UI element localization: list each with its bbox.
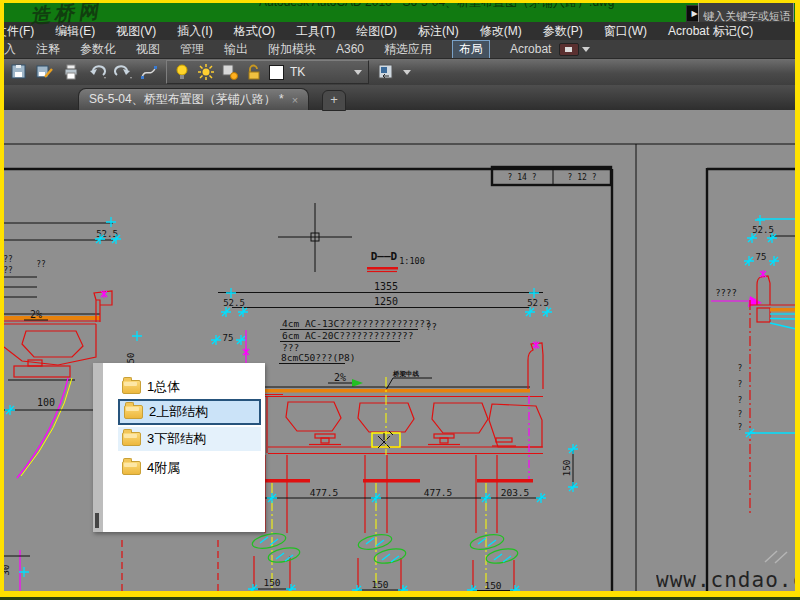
svg-text:?: ?	[738, 423, 743, 432]
new-drawing-tab-button[interactable]: +	[322, 90, 346, 111]
slope-label: 2%	[30, 309, 42, 320]
dim-text: 150	[263, 577, 280, 588]
svg-text:????: ????	[715, 288, 737, 298]
svg-text:4cm AC-13C????????????????: 4cm AC-13C????????????????	[282, 318, 431, 329]
ribbon-display-toggle[interactable]	[571, 43, 590, 56]
dim-text: 52.5	[527, 298, 549, 308]
menu-view[interactable]: 视图(V)	[116, 23, 156, 40]
menu-acrobat[interactable]: Acrobat 标记(C)	[668, 23, 753, 40]
dim-text: ??	[3, 255, 13, 264]
spline-tool-icon[interactable]	[140, 63, 158, 81]
folder-icon	[122, 461, 141, 475]
dim-text: 50	[126, 353, 136, 364]
layer-viewport-freeze-icon[interactable]	[221, 63, 239, 81]
slope-label: 2%	[334, 372, 346, 383]
folder-item-label: 3下部结构	[147, 430, 206, 448]
layer-on-bulb-icon[interactable]	[173, 63, 191, 81]
tab-parametric[interactable]: 参数化	[80, 41, 116, 58]
dim-text: 150	[371, 579, 388, 590]
folder-icon	[124, 405, 143, 419]
chevron-down-icon	[582, 47, 590, 52]
folder-item-4[interactable]: 4附属	[118, 456, 261, 480]
quick-access-toolbar: TK	[4, 59, 795, 85]
svg-text:52.5: 52.5	[752, 225, 774, 235]
plot-button[interactable]	[62, 63, 80, 81]
frame-border-right	[795, 0, 800, 597]
sheet-no-cell: ? 14 ?	[508, 173, 537, 182]
tab-featured-apps[interactable]: 精选应用	[384, 41, 432, 58]
folder-item-2-selected[interactable]: 2上部结构	[118, 399, 261, 425]
layer-unlock-icon[interactable]	[245, 63, 263, 81]
menu-draw[interactable]: 绘图(D)	[356, 23, 397, 40]
layer-dropdown-icon[interactable]	[354, 70, 362, 75]
menu-dimension[interactable]: 标注(N)	[418, 23, 459, 40]
save-as-button[interactable]	[36, 63, 54, 81]
popup-scroll-thumb[interactable]	[95, 513, 99, 528]
dim-text: 52.5	[223, 298, 245, 308]
ribbon-state-icon	[559, 43, 579, 56]
tab-insert[interactable]: 插入	[4, 41, 16, 58]
dim-text: ??	[36, 260, 46, 269]
svg-text:?: ?	[738, 380, 743, 389]
watermark-marks	[765, 551, 787, 563]
file-tab-bar: S6-5-04、桥型布置图（茅铺八路） * × +	[4, 85, 795, 110]
tab-view[interactable]: 视图	[136, 41, 160, 58]
menu-window[interactable]: 窗口(W)	[604, 23, 647, 40]
frame-border-left	[0, 0, 4, 597]
infocenter-search-input[interactable]: 键入关键字或短语	[698, 3, 794, 22]
menu-insert[interactable]: 插入(I)	[177, 23, 212, 40]
undo-button[interactable]	[88, 63, 106, 81]
section-title: D——D	[371, 250, 398, 263]
svg-text:??: ??	[426, 322, 437, 332]
ribbon-tab-bar: 插入 注释 参数化 视图 管理 输出 附加模块 A360 精选应用 布局 Acr…	[4, 40, 795, 59]
tab-acrobat[interactable]: Acrobat	[510, 42, 551, 56]
menu-bar: 文件(F) 编辑(E) 视图(V) 插入(I) 格式(O) 工具(T) 绘图(D…	[4, 22, 795, 40]
layer-color-swatch[interactable]	[269, 65, 284, 80]
dim-text: 100	[37, 397, 55, 408]
close-icon[interactable]: ×	[292, 94, 298, 106]
layer-control-group: TK	[166, 60, 369, 84]
svg-text:?: ?	[738, 396, 743, 405]
menu-parametric[interactable]: 参数(P)	[543, 23, 583, 40]
tab-manage[interactable]: 管理	[180, 41, 204, 58]
menu-tools[interactable]: 工具(T)	[296, 23, 335, 40]
dim-text: 477.5	[424, 487, 453, 498]
watermark-url: www.cndao.com	[656, 568, 800, 592]
dim-text: 150	[484, 580, 501, 591]
redo-button[interactable]	[114, 63, 132, 81]
menu-file[interactable]: 文件(F)	[4, 23, 34, 40]
save-button[interactable]	[10, 63, 28, 81]
title-bar: Autodesk AutoCAD 2016 - S6-5-04、桥型布置图（茅铺…	[4, 3, 795, 22]
svg-text:8cmC50???(P8): 8cmC50???(P8)	[281, 352, 355, 363]
svg-text:?: ?	[738, 410, 743, 419]
crosshair-cursor	[278, 203, 352, 272]
tab-addins[interactable]: 附加模块	[268, 41, 316, 58]
folder-item-3[interactable]: 3下部结构	[118, 427, 261, 451]
tab-a360[interactable]: A360	[336, 42, 364, 56]
folder-list-popup: 1总体 2上部结构 3下部结构 4附属	[93, 363, 265, 532]
window-title: Autodesk AutoCAD 2016 - S6-5-04、桥型布置图（茅铺…	[259, 3, 614, 11]
folder-item-1[interactable]: 1总体	[118, 375, 261, 399]
tab-output[interactable]: 输出	[224, 41, 248, 58]
frame-border-top	[0, 0, 800, 3]
folder-item-label: 4附属	[147, 459, 180, 477]
toolbar-overflow-icon[interactable]	[403, 70, 411, 75]
layer-name-field[interactable]: TK	[290, 65, 348, 79]
popup-scroll-gutter[interactable]	[93, 363, 103, 532]
dim-text: 477.5	[310, 487, 339, 498]
svg-text:75: 75	[756, 252, 767, 262]
tab-layout-active[interactable]: 布局	[452, 40, 490, 59]
layer-properties-button[interactable]	[377, 63, 395, 81]
material-notes: 4cm AC-13C???????????????? ?? 6cm AC-20C…	[279, 318, 437, 364]
menu-modify[interactable]: 修改(M)	[480, 23, 522, 40]
dim-text: 1355	[374, 281, 398, 292]
file-tab-active[interactable]: S6-5-04、桥型布置图（茅铺八路） * ×	[78, 88, 309, 110]
dim-text: 150	[561, 459, 572, 476]
dim-text: 1250	[374, 296, 398, 307]
tab-annotate[interactable]: 注释	[36, 41, 60, 58]
folder-item-label: 2上部结构	[149, 403, 208, 421]
menu-format[interactable]: 格式(O)	[234, 23, 275, 40]
section-scale: 1:100	[399, 256, 425, 266]
layer-thaw-sun-icon[interactable]	[197, 63, 215, 81]
dim-text: 75	[223, 333, 234, 343]
